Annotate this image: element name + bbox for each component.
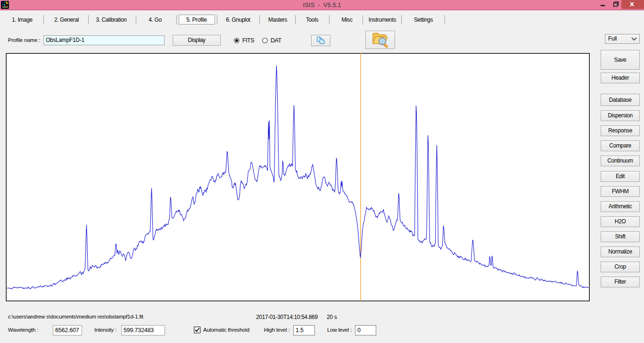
svg-text:ISIS: ISIS — [2, 6, 8, 9]
